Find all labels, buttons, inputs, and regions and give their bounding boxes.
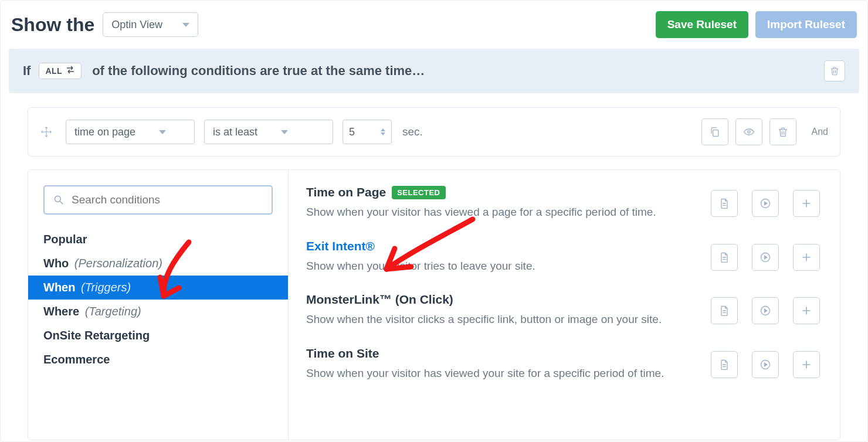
save-ruleset-button[interactable]: Save Ruleset	[656, 11, 748, 38]
category-sublabel: (Triggers)	[77, 281, 131, 294]
rule-row: time on page is at least 5 sec. And	[28, 107, 840, 157]
rule-type-select[interactable]: time on page	[66, 120, 195, 144]
category-label: OnSite Retargeting	[43, 329, 150, 342]
rule-operator-label: is at least	[213, 126, 257, 138]
category-sublabel: (Personalization)	[71, 257, 162, 270]
page-title: Show the	[11, 14, 94, 36]
doc-icon	[718, 305, 730, 317]
copy-icon	[709, 126, 721, 138]
condition-title: Time on Site	[306, 346, 699, 361]
category-item[interactable]: Where (Targeting)	[28, 300, 288, 324]
plus-icon	[801, 251, 812, 263]
add-condition-button[interactable]	[793, 190, 820, 217]
docs-button[interactable]	[711, 297, 738, 324]
view-dropdown-label: Optin View	[111, 19, 162, 31]
condition-description: Show when your visitor has viewed your s…	[306, 365, 699, 382]
category-label: Ecommerce	[43, 353, 110, 366]
doc-icon	[718, 251, 730, 263]
copy-rule-button[interactable]	[701, 118, 728, 145]
preview-rule-button[interactable]	[735, 118, 762, 145]
spinner-down-icon	[381, 132, 385, 135]
condition-item: MonsterLink™ (On Click)Show when the vis…	[306, 293, 827, 328]
search-input[interactable]	[72, 193, 263, 206]
condition-title: MonsterLink™ (On Click)	[306, 293, 699, 307]
selected-badge: SELECTED	[392, 186, 445, 199]
svg-rect-0	[713, 130, 718, 137]
category-label: Who	[43, 257, 69, 270]
if-label: If	[23, 63, 30, 79]
category-item[interactable]: Ecommerce	[28, 348, 288, 372]
chevron-down-icon	[159, 130, 166, 134]
docs-button[interactable]	[711, 244, 738, 271]
all-toggle-label: ALL	[45, 66, 62, 76]
category-item[interactable]: Popular	[28, 227, 288, 251]
condition-panel: PopularWho (Personalization)When (Trigge…	[28, 169, 840, 440]
spinner-up-icon	[381, 128, 385, 131]
category-sidebar: PopularWho (Personalization)When (Trigge…	[28, 170, 289, 440]
condition-title[interactable]: Exit Intent®	[306, 239, 699, 253]
condition-description: Show when your visitor has viewed a page…	[306, 204, 699, 220]
plus-icon	[801, 305, 812, 317]
header-bar: Show the Optin View Save Ruleset Import …	[1, 1, 867, 49]
rule-value-input[interactable]: 5	[343, 120, 392, 144]
condition-bar-text: of the following conditions are true at …	[92, 63, 425, 79]
search-icon	[53, 194, 65, 206]
svg-point-2	[55, 196, 60, 202]
add-condition-button[interactable]	[793, 244, 820, 271]
swap-icon	[66, 66, 75, 76]
plus-icon	[801, 198, 812, 209]
category-label: When	[43, 281, 75, 294]
rule-operator-select[interactable]: is at least	[204, 120, 333, 144]
play-icon	[760, 198, 771, 209]
category-label: Popular	[43, 233, 87, 246]
category-label: Where	[43, 305, 79, 318]
category-item[interactable]: OnSite Retargeting	[28, 324, 288, 348]
all-any-toggle[interactable]: ALL	[39, 63, 82, 79]
condition-bar: If ALL of the following conditions are t…	[9, 49, 859, 93]
demo-button[interactable]	[752, 297, 779, 324]
docs-button[interactable]	[711, 190, 738, 217]
delete-rule-button[interactable]	[769, 118, 796, 145]
category-item[interactable]: When (Triggers)	[28, 276, 288, 300]
condition-item: Exit Intent®Show when your visitor tries…	[306, 239, 827, 274]
chevron-down-icon	[281, 130, 288, 134]
demo-button[interactable]	[752, 190, 779, 217]
category-item[interactable]: Who (Personalization)	[28, 251, 288, 276]
doc-icon	[718, 198, 730, 209]
play-icon	[760, 359, 771, 370]
condition-item: Time on PageSELECTEDShow when your visit…	[306, 185, 827, 220]
rule-unit-label: sec.	[402, 125, 423, 138]
and-label: And	[812, 127, 828, 137]
condition-item: Time on SiteShow when your visitor has v…	[306, 346, 827, 382]
add-condition-button[interactable]	[793, 351, 820, 378]
condition-title: Time on PageSELECTED	[306, 185, 699, 199]
svg-point-1	[747, 131, 750, 133]
plus-icon	[801, 359, 812, 370]
demo-button[interactable]	[752, 244, 779, 271]
view-dropdown[interactable]: Optin View	[103, 12, 198, 37]
play-icon	[760, 251, 771, 263]
drag-handle[interactable]	[40, 125, 53, 138]
doc-icon	[718, 359, 730, 370]
condition-description: Show when the visitor clicks a specific …	[306, 311, 699, 328]
rule-type-label: time on page	[74, 126, 135, 138]
demo-button[interactable]	[752, 351, 779, 378]
condition-list: Time on PageSELECTEDShow when your visit…	[289, 170, 840, 440]
docs-button[interactable]	[711, 351, 738, 378]
eye-icon	[743, 126, 755, 138]
rule-value: 5	[349, 126, 355, 138]
category-sublabel: (Targeting)	[82, 305, 141, 318]
add-condition-button[interactable]	[793, 297, 820, 324]
trash-icon	[829, 66, 840, 76]
search-conditions-field[interactable]	[43, 185, 273, 215]
condition-description: Show when your visitor tries to leave yo…	[306, 258, 699, 274]
delete-ruleset-button[interactable]	[824, 60, 845, 81]
number-spinner[interactable]	[381, 128, 385, 135]
chevron-down-icon	[182, 23, 189, 27]
play-icon	[760, 305, 771, 317]
trash-icon	[777, 126, 789, 138]
import-ruleset-button[interactable]: Import Ruleset	[755, 11, 857, 38]
